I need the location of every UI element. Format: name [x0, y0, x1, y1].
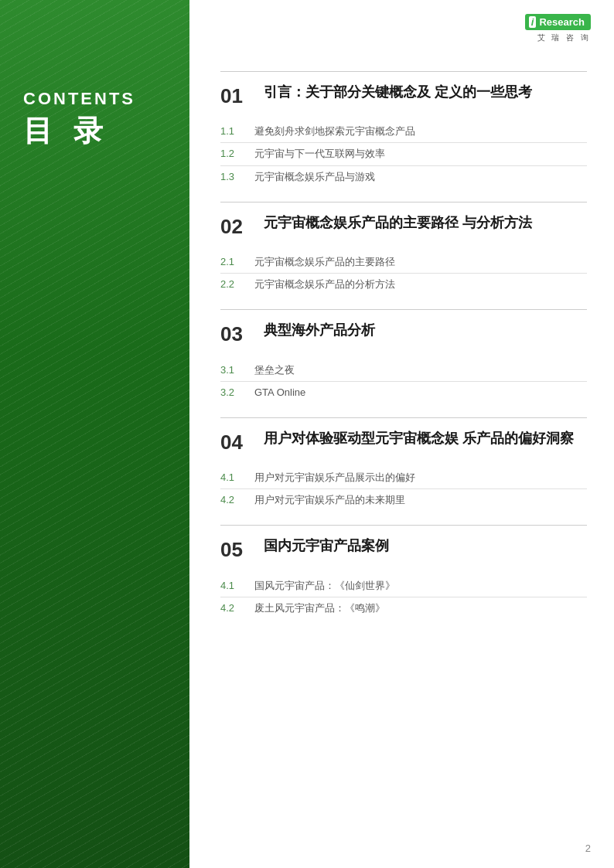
toc-sub-entry: 4.1国风元宇宙产品：《仙剑世界》 [220, 575, 587, 597]
sub-title: 元宇宙概念娱乐产品与游戏 [254, 170, 375, 184]
sidebar: CONTENTS 目 录 [0, 0, 189, 868]
toc-number-04: 04 [220, 431, 250, 454]
toc-divider-5 [220, 525, 587, 526]
toc-sub-entry: 1.3元宇宙概念娱乐产品与游戏 [220, 166, 587, 188]
sub-title: 堡垒之夜 [254, 363, 295, 377]
sub-number: 3.1 [220, 364, 244, 376]
toc-divider-3 [220, 309, 587, 310]
contents-en-label: CONTENTS [23, 89, 135, 109]
toc-sub-entry: 4.1用户对元宇宙娱乐产品展示出的偏好 [220, 467, 587, 489]
toc-main-entry-02: 02元宇宙概念娱乐产品的主要路径 与分析方法 [220, 213, 587, 239]
toc-divider-2 [220, 202, 587, 203]
toc-main-entry-04: 04用户对体验驱动型元宇宙概念娱 乐产品的偏好洞察 [220, 429, 587, 454]
sub-title: 元宇宙概念娱乐产品的分析方法 [254, 277, 395, 291]
toc-sub-entry: 1.2元宇宙与下一代互联网与效率 [220, 143, 587, 165]
sub-number: 1.1 [220, 125, 244, 137]
toc-sub-entry: 3.2GTA Online [220, 382, 587, 403]
iresearch-logo: i Research [525, 14, 591, 30]
sub-number: 1.2 [220, 148, 244, 159]
sub-title: GTA Online [254, 386, 305, 400]
toc-title-01: 引言：关于部分关键概念及 定义的一些思考 [264, 83, 532, 102]
toc-sub-entry: 2.1元宇宙概念娱乐产品的主要路径 [220, 251, 587, 274]
sub-number: 3.2 [220, 386, 244, 398]
logo-area: i Research 艾 瑞 咨 询 [525, 14, 591, 43]
logo-brand: Research [539, 16, 585, 28]
sub-title: 元宇宙与下一代互联网与效率 [254, 147, 385, 161]
toc-main-entry-03: 03典型海外产品分析 [220, 321, 587, 346]
contents-label: CONTENTS 目 录 [23, 89, 135, 149]
toc-title-04: 用户对体验驱动型元宇宙概念娱 乐产品的偏好洞察 [264, 429, 574, 448]
toc-sub-entry: 4.2用户对元宇宙娱乐产品的未来期里 [220, 489, 587, 511]
toc-sub-entry: 2.2元宇宙概念娱乐产品的分析方法 [220, 274, 587, 295]
toc-number-05: 05 [220, 538, 250, 562]
toc-number-01: 01 [220, 84, 250, 108]
toc-sub-entry: 3.1堡垒之夜 [220, 359, 587, 382]
contents-zh-label: 目 录 [23, 114, 135, 149]
main-content: i Research 艾 瑞 咨 询 01引言：关于部分关键概念及 定义的一些思… [189, 0, 614, 868]
toc-sub-entry: 1.1避免刻舟求剑地探索元宇宙概念产品 [220, 121, 587, 143]
sub-number: 4.1 [220, 580, 244, 591]
toc-main-entry-01: 01引言：关于部分关键概念及 定义的一些思考 [220, 83, 587, 108]
sub-title: 国风元宇宙产品：《仙剑世界》 [254, 579, 395, 593]
sub-title: 用户对元宇宙娱乐产品展示出的偏好 [254, 471, 415, 485]
sub-number: 4.1 [220, 471, 244, 483]
sub-number: 4.2 [220, 494, 244, 505]
sub-title: 用户对元宇宙娱乐产品的未来期里 [254, 493, 405, 507]
sub-number: 2.1 [220, 256, 244, 267]
toc-subs-05: 4.1国风元宇宙产品：《仙剑世界》4.2废土风元宇宙产品：《鸣潮》 [220, 575, 587, 619]
logo-subtitle: 艾 瑞 咨 询 [537, 32, 591, 43]
toc-number-03: 03 [220, 322, 250, 346]
toc-divider-4 [220, 417, 587, 418]
logo-i: i [529, 16, 537, 28]
toc-title-05: 国内元宇宙产品案例 [264, 536, 389, 556]
sub-number: 4.2 [220, 602, 244, 614]
page-number: 2 [585, 842, 591, 854]
toc-number-02: 02 [220, 215, 250, 239]
sub-number: 1.3 [220, 171, 244, 182]
toc-content: 01引言：关于部分关键概念及 定义的一些思考1.1避免刻舟求剑地探索元宇宙概念产… [220, 71, 587, 619]
toc-title-02: 元宇宙概念娱乐产品的主要路径 与分析方法 [264, 213, 532, 233]
toc-subs-03: 3.1堡垒之夜3.2GTA Online [220, 359, 587, 403]
sub-title: 避免刻舟求剑地探索元宇宙概念产品 [254, 124, 415, 138]
toc-subs-04: 4.1用户对元宇宙娱乐产品展示出的偏好4.2用户对元宇宙娱乐产品的未来期里 [220, 467, 587, 511]
toc-subs-01: 1.1避免刻舟求剑地探索元宇宙概念产品1.2元宇宙与下一代互联网与效率1.3元宇… [220, 121, 587, 188]
toc-sub-entry: 4.2废土风元宇宙产品：《鸣潮》 [220, 597, 587, 619]
toc-divider-1 [220, 71, 587, 72]
toc-title-03: 典型海外产品分析 [264, 321, 375, 340]
sub-title: 废土风元宇宙产品：《鸣潮》 [254, 601, 385, 615]
toc-main-entry-05: 05国内元宇宙产品案例 [220, 536, 587, 562]
toc-subs-02: 2.1元宇宙概念娱乐产品的主要路径2.2元宇宙概念娱乐产品的分析方法 [220, 251, 587, 295]
sub-title: 元宇宙概念娱乐产品的主要路径 [254, 255, 395, 269]
sub-number: 2.2 [220, 278, 244, 290]
